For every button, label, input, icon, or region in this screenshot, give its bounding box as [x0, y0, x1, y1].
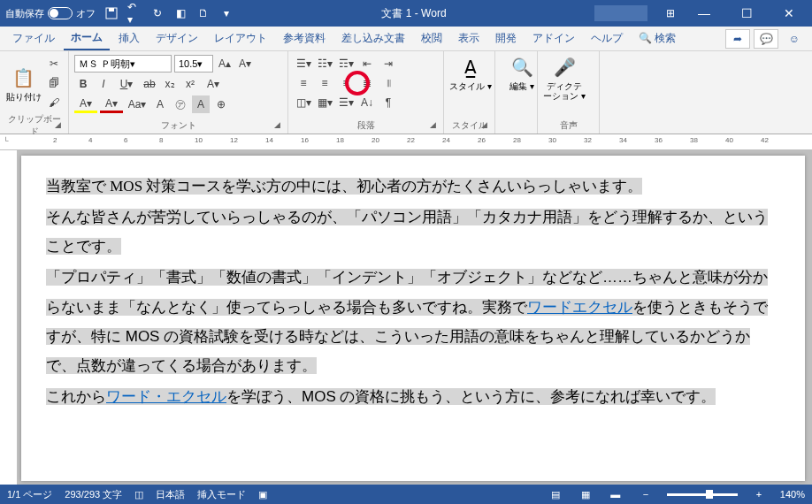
strike-button[interactable]: ab	[141, 75, 158, 93]
qat-icon-1[interactable]: ◧	[173, 6, 188, 20]
tab-file[interactable]: ファイル	[5, 27, 62, 50]
zoom-out-button[interactable]: −	[637, 487, 655, 501]
multilevel-list-button[interactable]: ☶▾	[336, 55, 356, 73]
tab-insert[interactable]: 挿入	[111, 27, 147, 50]
qat-more-icon[interactable]: ▾	[219, 6, 234, 20]
change-case-button[interactable]: Aa▾	[126, 95, 149, 113]
superscript-button[interactable]: x²	[181, 75, 199, 93]
shading-button[interactable]: ◫▾	[294, 94, 313, 111]
editing-button[interactable]: 🔍 編集 ▾	[501, 55, 543, 91]
font-color-button[interactable]: A▾	[100, 95, 123, 113]
tab-mailings[interactable]: 差し込み文書	[334, 27, 412, 50]
paste-button[interactable]: 📋 貼り付け	[5, 55, 42, 111]
undo-icon[interactable]: ↶ ▾	[127, 6, 142, 20]
paragraph-launcher[interactable]: ◢	[430, 120, 440, 131]
tab-addins[interactable]: アドイン	[525, 27, 582, 50]
horizontal-ruler[interactable]: └ 24681012141618202224262830323436384042	[0, 134, 812, 150]
underline-button[interactable]: U ▾	[115, 75, 138, 93]
share-button[interactable]: ➦	[725, 29, 750, 49]
font-name-combo[interactable]: ＭＳ Ｐ明朝 ▾	[74, 55, 172, 73]
tab-references[interactable]: 参考資料	[276, 27, 333, 50]
group-font: ＭＳ Ｐ明朝 ▾ 10.5 ▾ A▴ A▾ B I U ▾ ab x₂ x² A…	[69, 51, 288, 134]
sort-button[interactable]: A↓	[357, 94, 377, 111]
bullet-list-button[interactable]: ☰▾	[294, 55, 313, 73]
font-size-combo[interactable]: 10.5 ▾	[174, 55, 213, 73]
paragraph-1[interactable]: 当教室で MOS 対策コースを学ぶ方の中には、初心者の方がたくさんいらっしゃいま…	[46, 178, 642, 195]
enclose-button[interactable]: ㋐	[172, 95, 189, 113]
align-center-button[interactable]: ≡	[315, 74, 334, 92]
align-right-button[interactable]: ≡	[336, 74, 356, 92]
copy-icon[interactable]: 🗐	[45, 74, 63, 92]
show-marks-button[interactable]: ¶	[379, 94, 398, 111]
clipboard-launcher[interactable]: ◢	[55, 120, 65, 131]
line-spacing-button[interactable]: ☰▾	[336, 94, 356, 111]
styles-launcher[interactable]: ◢	[481, 120, 492, 131]
group-styles: A̲ スタイル ▾ スタイル ◢	[444, 51, 495, 134]
autosave-toggle[interactable]: 自動保存 オフ	[5, 7, 96, 20]
redo-icon[interactable]: ↻	[150, 6, 165, 20]
close-icon[interactable]: ✕	[771, 0, 807, 27]
status-word-count[interactable]: 293/293 文字	[65, 488, 122, 501]
italic-button[interactable]: I	[95, 75, 112, 93]
subscript-button[interactable]: x₂	[161, 75, 179, 93]
dictation-button[interactable]: 🎤 ディクテーション ▾	[543, 55, 586, 101]
distribute-button[interactable]: ⫴	[379, 74, 398, 92]
align-left-button[interactable]: ≡	[294, 74, 313, 92]
tab-help[interactable]: ヘルプ	[584, 27, 630, 50]
minimize-icon[interactable]: —	[686, 0, 722, 27]
zoom-slider[interactable]	[667, 493, 738, 496]
status-language[interactable]: 日本語	[156, 488, 185, 501]
user-account[interactable]	[594, 5, 647, 21]
zoom-level[interactable]: 140%	[780, 489, 805, 500]
number-list-button[interactable]: ☷▾	[315, 55, 334, 73]
paragraph-3[interactable]: 「プロパティ」「書式」「数値の書式」「インデント」「オブジェクト」などなど……ち…	[46, 269, 768, 373]
grow-font-icon[interactable]: A▴	[216, 55, 234, 73]
char-shading-button[interactable]: ⊕	[212, 95, 230, 113]
view-read-icon[interactable]: ▤	[547, 487, 564, 501]
ruler-tick: 14	[265, 136, 273, 144]
happy-face-icon[interactable]: ☺	[782, 29, 807, 49]
paragraph-2[interactable]: そんな皆さんが苦労していらっしゃるのが、「パソコン用語」「カタカナ用語」をどう理…	[46, 209, 768, 255]
paragraph-4[interactable]: これからワード・エクセルを学ぼう、MOS の資格に挑もう、という方に、参考になれ…	[46, 388, 716, 405]
cut-icon[interactable]: ✂	[45, 55, 63, 73]
tab-view[interactable]: 表示	[451, 27, 486, 50]
document-page[interactable]: 当教室で MOS 対策コースを学ぶ方の中には、初心者の方がたくさんいらっしゃいま…	[21, 156, 805, 481]
char-border-button[interactable]: A	[192, 95, 210, 113]
save-icon[interactable]	[104, 6, 119, 20]
status-proofing-icon[interactable]: ◫	[134, 489, 143, 500]
ruby-button[interactable]: A	[151, 95, 169, 113]
zoom-in-button[interactable]: +	[750, 487, 768, 501]
bold-button[interactable]: B	[74, 75, 92, 93]
tab-developer[interactable]: 開発	[488, 27, 524, 50]
view-print-icon[interactable]: ▦	[577, 487, 594, 501]
view-web-icon[interactable]: ▬	[607, 487, 624, 501]
tab-layout[interactable]: レイアウト	[207, 27, 274, 50]
ribbon-options-icon[interactable]: ⊞	[655, 7, 686, 19]
tab-search[interactable]: 🔍 検索	[632, 27, 683, 50]
decrease-indent-button[interactable]: ⇤	[357, 55, 377, 73]
tab-home[interactable]: ホーム	[64, 27, 110, 50]
vertical-ruler[interactable]	[0, 150, 18, 486]
tab-design[interactable]: デザイン	[149, 27, 205, 50]
font-launcher[interactable]: ◢	[274, 120, 285, 131]
comments-button[interactable]: 💬	[754, 29, 778, 49]
link-word[interactable]: ワード	[527, 299, 572, 316]
text-effects-button[interactable]: A▾	[202, 75, 225, 93]
maximize-icon[interactable]: ☐	[729, 0, 764, 27]
status-page[interactable]: 1/1 ページ	[7, 488, 52, 501]
styles-button[interactable]: A̲ スタイル ▾	[449, 55, 492, 91]
shrink-font-icon[interactable]: A▾	[236, 55, 254, 73]
link-excel[interactable]: エクセル	[572, 299, 632, 316]
status-insert-mode[interactable]: 挿入モード	[197, 488, 246, 501]
qat-icon-2[interactable]: 🗋	[196, 6, 211, 20]
status-macro-icon[interactable]: ▣	[258, 489, 267, 500]
link-word-excel[interactable]: ワード・エクセル	[106, 388, 226, 405]
borders-button[interactable]: ▦▾	[315, 94, 334, 111]
format-painter-icon[interactable]: 🖌	[45, 94, 63, 111]
tab-review[interactable]: 校閲	[414, 27, 449, 50]
highlight-button[interactable]: A▾	[74, 95, 97, 113]
justify-button[interactable]: ≣	[357, 74, 377, 92]
increase-indent-button[interactable]: ⇥	[379, 55, 398, 73]
ruler-tick: 24	[442, 136, 450, 144]
ruler-tick: 42	[761, 136, 769, 144]
